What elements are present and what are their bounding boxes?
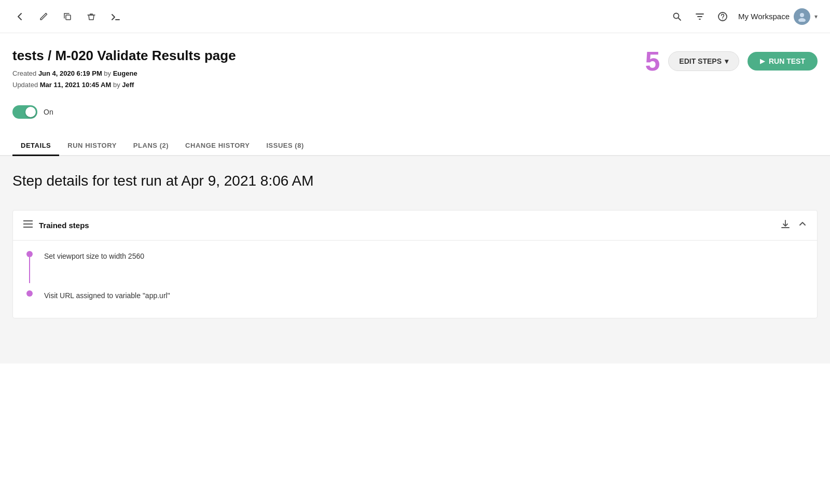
run-heading: Step details for test run at Apr 9, 2021… — [12, 173, 818, 189]
hamburger-icon — [23, 220, 33, 231]
toggle-row: On — [0, 91, 830, 119]
steps-card-header-right — [781, 219, 807, 232]
steps-card-header: Trained steps — [13, 211, 817, 241]
updated-by: Jeff — [122, 81, 134, 89]
copy-button[interactable] — [60, 9, 75, 24]
tab-issues[interactable]: ISSUES (8) — [258, 136, 312, 156]
chevron-down-icon: ▾ — [814, 13, 818, 20]
main-content: Step details for test run at Apr 9, 2021… — [0, 156, 830, 363]
page-header-right: 5 EDIT STEPS ▾ ▶ RUN TEST — [645, 48, 818, 75]
steps-card-header-left: Trained steps — [23, 220, 89, 231]
breadcrumb-parent[interactable]: tests — [12, 48, 44, 63]
created-date: Jun 4, 2020 6:19 PM — [38, 69, 102, 77]
topbar-left — [12, 9, 123, 24]
terminal-button[interactable] — [108, 9, 123, 24]
workspace-name: My Workspace — [738, 12, 790, 21]
created-label: Created — [12, 69, 36, 77]
avatar — [794, 8, 810, 25]
step-dot-2 — [26, 290, 33, 297]
svg-point-3 — [722, 18, 723, 19]
topbar-right: My Workspace ▾ — [670, 8, 818, 25]
step-count: 5 — [645, 48, 660, 75]
edit-steps-button[interactable]: EDIT STEPS ▾ — [668, 51, 739, 71]
svg-point-5 — [798, 18, 806, 22]
tab-plans[interactable]: PLANS (2) — [125, 136, 177, 156]
collapse-icon[interactable] — [798, 220, 807, 231]
svg-point-4 — [800, 13, 804, 17]
edit-steps-chevron: ▾ — [725, 57, 728, 65]
step-text-2: Visit URL assigned to variable "app.url" — [44, 290, 170, 301]
edit-button[interactable] — [36, 9, 51, 24]
filter-button[interactable] — [693, 9, 707, 24]
step-line-1 — [29, 257, 30, 283]
breadcrumb-title: M-020 Validate Results page — [55, 48, 236, 63]
topbar: My Workspace ▾ — [0, 0, 830, 33]
tab-run-history[interactable]: RUN HISTORY — [59, 136, 125, 156]
trained-steps-title: Trained steps — [39, 221, 89, 230]
download-icon[interactable] — [781, 219, 790, 232]
svg-point-2 — [718, 12, 727, 21]
meta-info: Created Jun 4, 2020 6:19 PM by Eugene Up… — [12, 68, 236, 91]
created-by: Eugene — [113, 69, 137, 77]
search-button[interactable] — [670, 9, 684, 24]
updated-label: Updated — [12, 81, 38, 89]
run-test-button[interactable]: ▶ RUN TEST — [748, 52, 818, 71]
page-header: tests / M-020 Validate Results page Crea… — [0, 33, 830, 91]
trained-steps-card: Trained steps Set viewport size to width… — [12, 210, 818, 318]
tab-details[interactable]: DETAILS — [12, 136, 59, 156]
play-icon: ▶ — [760, 58, 765, 65]
workspace-button[interactable]: My Workspace ▾ — [738, 8, 818, 25]
updated-date: Mar 11, 2021 10:45 AM — [40, 81, 112, 89]
help-button[interactable] — [715, 9, 730, 24]
created-by-label: by — [104, 69, 111, 77]
step-dot-1 — [26, 251, 33, 257]
svg-rect-0 — [66, 15, 71, 20]
steps-list: Set viewport size to width 2560 Visit UR… — [13, 241, 817, 318]
step-text-1: Set viewport size to width 2560 — [44, 251, 144, 283]
run-test-label: RUN TEST — [769, 57, 805, 65]
page-title-section: tests / M-020 Validate Results page Crea… — [12, 48, 236, 91]
toggle-label: On — [44, 108, 53, 116]
svg-point-1 — [674, 13, 679, 18]
updated-by-label: by — [113, 81, 120, 89]
tab-change-history[interactable]: CHANGE HISTORY — [177, 136, 258, 156]
delete-button[interactable] — [84, 9, 99, 24]
breadcrumb: tests / M-020 Validate Results page — [12, 48, 236, 64]
back-button[interactable] — [12, 9, 27, 24]
toggle-switch[interactable] — [12, 105, 37, 119]
tabs: DETAILS RUN HISTORY PLANS (2) CHANGE HIS… — [0, 124, 830, 156]
edit-steps-label: EDIT STEPS — [679, 57, 722, 65]
breadcrumb-separator: / — [44, 48, 56, 63]
